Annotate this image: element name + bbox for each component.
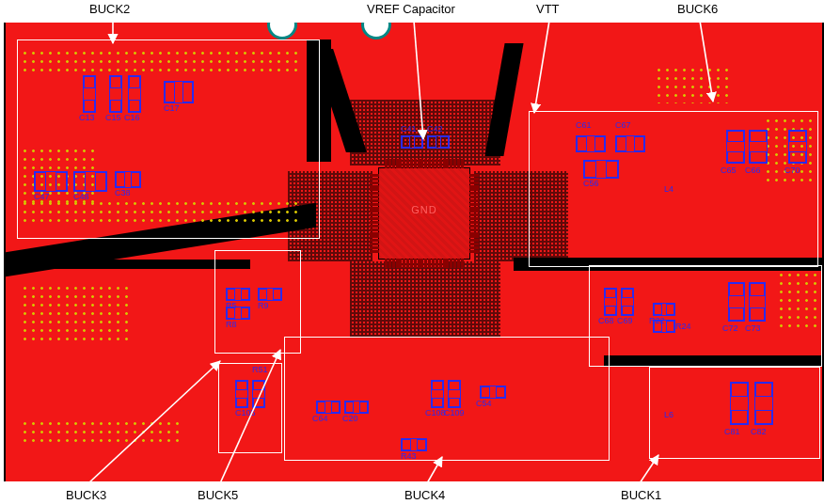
- via-field: [21, 419, 181, 444]
- refdes: C54: [476, 399, 492, 408]
- label-buck3: BUCK3: [66, 488, 106, 502]
- chip-center-net-label: GND: [379, 204, 469, 215]
- label-vref: VREF Capacitor: [367, 2, 455, 16]
- refdes: L6: [664, 410, 673, 419]
- refdes: C56: [583, 179, 599, 188]
- smd-cap: [749, 130, 768, 164]
- trace-bundle-north: [350, 100, 500, 165]
- smd-cap: [726, 130, 745, 164]
- smd-cap: [604, 288, 617, 316]
- refdes: C105: [235, 408, 256, 417]
- refdes: C65: [721, 165, 737, 175]
- smd-cap: [754, 382, 773, 425]
- refdes: C47: [34, 192, 50, 201]
- refdes: C38: [115, 188, 131, 197]
- label-buck1: BUCK1: [621, 488, 661, 502]
- refdes: C42: [427, 124, 443, 134]
- refdes: C82: [751, 427, 767, 436]
- refdes: C73: [745, 323, 761, 333]
- refdes: C108: [425, 408, 446, 417]
- refdes: R24: [675, 322, 691, 331]
- smd-cap: [621, 288, 634, 316]
- via-field: [777, 271, 818, 333]
- smd-cap: [431, 380, 444, 408]
- smd-cap: [164, 81, 194, 103]
- refdes: R51: [252, 365, 268, 374]
- smd-cap: [235, 380, 248, 408]
- trace-bundle-south: [350, 261, 500, 337]
- smd-res: [653, 303, 675, 316]
- region-buck4: [284, 337, 610, 461]
- smd-cap: [480, 386, 506, 399]
- smd-cap: [788, 130, 807, 164]
- smd-cap: [316, 401, 341, 414]
- plane-cut: [6, 260, 250, 269]
- smd-res: [653, 320, 675, 333]
- smd-res: [226, 288, 250, 301]
- smd-res: [226, 307, 250, 320]
- pcb-board: GND C15 C16 C13 C47 C48 C38 C17 C41 C42 …: [4, 4, 824, 504]
- smd-cap: [73, 171, 107, 192]
- top-label-band: BUCK2 VREF Capacitor VTT BUCK6: [0, 0, 824, 23]
- pcb-annotated-layout: GND C15 C16 C13 C47 C48 C38 C17 C41 C42 …: [0, 0, 824, 504]
- label-buck6: BUCK6: [677, 2, 718, 16]
- refdes: C15: [105, 113, 121, 122]
- refdes: C81: [724, 427, 740, 436]
- smd-cap: [401, 135, 423, 149]
- smd-cap: [115, 171, 141, 188]
- smd-cap: [128, 75, 141, 113]
- smd-res: [401, 438, 427, 451]
- smd-cap: [344, 401, 369, 414]
- smd-cap: [34, 171, 68, 192]
- refdes: R9: [258, 301, 269, 310]
- label-buck4: BUCK4: [404, 488, 445, 502]
- label-buck2: BUCK2: [89, 2, 130, 16]
- refdes: C20: [342, 414, 358, 423]
- refdes: C68: [598, 316, 614, 325]
- smd-cap: [109, 75, 122, 113]
- refdes: R8: [226, 320, 237, 329]
- smd-cap: [448, 380, 461, 408]
- refdes: C48: [73, 192, 89, 201]
- smd-cap: [252, 380, 265, 408]
- smd-cap: [749, 282, 766, 322]
- trace-bundle-east: [474, 171, 568, 261]
- via-field: [655, 66, 734, 103]
- refdes: R43: [401, 451, 417, 461]
- refdes: C72: [722, 323, 738, 333]
- refdes: L4: [664, 184, 673, 194]
- chip-pins-north: [385, 159, 464, 168]
- smd-res: [258, 288, 282, 301]
- refdes: C66: [745, 165, 761, 175]
- smd-cap: [615, 135, 645, 152]
- label-buck5: BUCK5: [198, 488, 238, 502]
- smd-cap: [583, 160, 619, 179]
- chip-pins-south: [385, 259, 464, 268]
- refdes: C64: [312, 414, 328, 423]
- pmic-qfn-chip: GND: [378, 167, 470, 260]
- plane-cut: [604, 355, 822, 367]
- via-field: [21, 284, 134, 340]
- bottom-label-band: BUCK3 BUCK5 BUCK4 BUCK1: [0, 481, 824, 504]
- refdes: C16: [124, 113, 140, 122]
- smd-cap: [427, 135, 450, 149]
- label-vtt: VTT: [536, 2, 560, 16]
- smd-cap: [576, 135, 606, 152]
- refdes: C70: [784, 165, 800, 175]
- refdes: C41: [401, 124, 417, 134]
- smd-cap: [728, 282, 745, 322]
- via-field: [21, 199, 303, 222]
- refdes: C67: [615, 120, 631, 130]
- refdes: C17: [164, 103, 180, 113]
- smd-cap: [730, 382, 749, 425]
- smd-cap: [83, 75, 96, 113]
- refdes: C69: [617, 316, 633, 325]
- refdes: C109: [444, 408, 465, 417]
- chip-pins-west: [370, 174, 379, 253]
- via-field: [21, 49, 303, 75]
- refdes: C61: [576, 120, 592, 130]
- refdes: C13: [79, 113, 95, 122]
- chip-pins-east: [469, 174, 479, 253]
